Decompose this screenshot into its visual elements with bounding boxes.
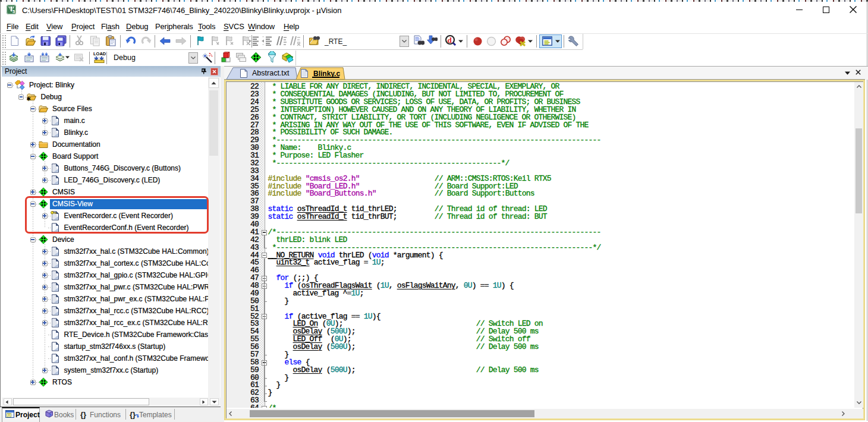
- svg-text:?: ?: [49, 412, 52, 418]
- svg-text:5: 5: [12, 9, 15, 14]
- svg-text:✶: ✶: [27, 95, 32, 102]
- svg-text:d: d: [448, 36, 452, 45]
- svg-text:LOAD: LOAD: [93, 51, 106, 56]
